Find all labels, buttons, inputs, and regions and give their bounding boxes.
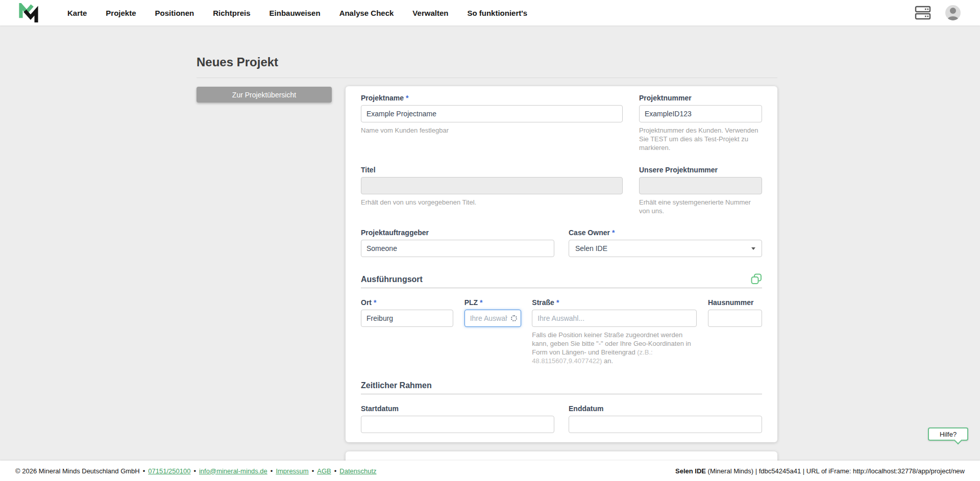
zeitlicher-rahmen-title: Zeitlicher Rahmen xyxy=(361,381,432,391)
field-projektauftraggeber: Projektauftraggeber xyxy=(361,229,554,257)
footer-left: © 2026 Mineral Minds Deutschland GmbH • … xyxy=(15,467,377,475)
title-divider xyxy=(197,78,777,78)
footer-copyright: © 2026 Mineral Minds Deutschland GmbH xyxy=(15,467,140,475)
chevron-down-icon xyxy=(751,247,755,250)
nav-verwalten[interactable]: Verwalten xyxy=(412,9,448,17)
hausnummer-input[interactable] xyxy=(708,310,762,327)
mineral-minds-logo-icon xyxy=(18,3,39,22)
main-content: Neues Projekt Zur Projektübersicht Proje… xyxy=(0,26,980,461)
ausfuehrungsort-title: Ausführungsort xyxy=(361,274,423,285)
projektauftraggeber-label: Projektauftraggeber xyxy=(361,229,554,237)
field-hausnummer: Hausnummer xyxy=(708,298,762,365)
required-asterisk: * xyxy=(556,298,559,307)
app-logo[interactable] xyxy=(18,3,39,22)
ort-input[interactable] xyxy=(361,310,453,327)
footer-agb-link[interactable]: AGB xyxy=(317,467,331,475)
field-projektnummer: Projektnummer Projektnummer des Kunden. … xyxy=(639,94,762,152)
case-owner-select[interactable]: Selen IDE xyxy=(569,240,762,257)
projektnummer-label: Projektnummer xyxy=(639,94,762,102)
avatar-head-icon xyxy=(950,8,956,14)
strasse-label: Straße* xyxy=(532,298,697,307)
nav-so-funktionierts[interactable]: So funktioniert's xyxy=(467,9,527,17)
startdatum-label: Startdatum xyxy=(361,404,554,413)
nav-karte[interactable]: Karte xyxy=(67,9,87,17)
nav-analyse-check[interactable]: Analyse Check xyxy=(339,9,394,17)
required-asterisk: * xyxy=(374,298,376,307)
titel-input xyxy=(361,177,623,194)
field-enddatum: Enddatum xyxy=(569,404,762,433)
field-plz: PLZ* xyxy=(464,298,521,365)
unsere-projektnummer-label: Unsere Projektnummer xyxy=(639,166,762,174)
footer-session-info: Selen IDE (Mineral Minds) | fdbc54245a41… xyxy=(675,467,965,475)
titel-label: Titel xyxy=(361,166,623,174)
projektname-label: Projektname* xyxy=(361,94,623,102)
project-form-card: Projektname* Name vom Kunden festlegbar … xyxy=(346,86,777,442)
required-asterisk: * xyxy=(612,229,615,237)
projektname-input[interactable] xyxy=(361,105,623,122)
field-strasse: Straße* Falls die Position keiner Straße… xyxy=(532,298,697,365)
field-titel: Titel Erhält den von uns vorgegebenen Ti… xyxy=(361,166,623,215)
field-projektname: Projektname* Name vom Kunden festlegbar xyxy=(361,94,623,152)
ort-label: Ort* xyxy=(361,298,453,307)
strasse-hint: Falls die Position keiner Straße zugeord… xyxy=(532,331,697,365)
server-icon[interactable] xyxy=(915,6,931,20)
section-ausfuehrungsort-header: Ausführungsort xyxy=(361,274,762,285)
back-to-projects-button[interactable]: Zur Projektübersicht xyxy=(197,87,332,103)
projektnummer-hint: Projektnummer des Kunden. Verwenden Sie … xyxy=(639,126,762,152)
section-divider xyxy=(361,394,762,394)
projektname-hint: Name vom Kunden festlegbar xyxy=(361,126,623,135)
loading-spinner-icon xyxy=(511,315,517,321)
main-nav: Karte Projekte Positionen Richtpreis Ein… xyxy=(67,9,527,17)
required-asterisk: * xyxy=(480,298,482,307)
startdatum-input[interactable] xyxy=(361,416,554,433)
nav-projekte[interactable]: Projekte xyxy=(106,9,136,17)
footer-user-name: Selen IDE xyxy=(675,467,706,475)
unsere-projektnummer-input xyxy=(639,177,762,194)
footer-datenschutz-link[interactable]: Datenschutz xyxy=(339,467,376,475)
next-section-card-partial xyxy=(346,451,777,461)
field-startdatum: Startdatum xyxy=(361,404,554,433)
projektnummer-input[interactable] xyxy=(639,105,762,122)
required-asterisk: * xyxy=(406,94,408,102)
field-unsere-projektnummer: Unsere Projektnummer Erhält eine systemg… xyxy=(639,166,762,215)
footer-email-link[interactable]: info@mineral-minds.de xyxy=(199,467,267,475)
unsere-projektnummer-hint: Erhält eine systemgenerierte Nummer von … xyxy=(639,198,762,215)
help-button[interactable]: Hilfe? xyxy=(928,427,968,441)
enddatum-input[interactable] xyxy=(569,416,762,433)
footer-impressum-link[interactable]: Impressum xyxy=(276,467,308,475)
section-divider xyxy=(361,288,762,288)
projektauftraggeber-input[interactable] xyxy=(361,240,554,257)
avatar-body-icon xyxy=(947,16,959,20)
footer: © 2026 Mineral Minds Deutschland GmbH • … xyxy=(0,461,980,481)
hausnummer-label: Hausnummer xyxy=(708,298,762,307)
strasse-input[interactable] xyxy=(532,310,697,327)
plz-label: PLZ* xyxy=(464,298,521,307)
titel-hint: Erhält den von uns vorgegebenen Titel. xyxy=(361,198,623,207)
field-case-owner: Case Owner* Selen IDE xyxy=(569,229,762,257)
page-title: Neues Projekt xyxy=(197,55,278,69)
section-zeitlicher-rahmen-header: Zeitlicher Rahmen xyxy=(361,381,762,391)
footer-phone-link[interactable]: 07151/250100 xyxy=(148,467,190,475)
nav-einbauweisen[interactable]: Einbauweisen xyxy=(270,9,321,17)
case-owner-label: Case Owner* xyxy=(569,229,762,237)
copy-icon[interactable] xyxy=(751,273,762,285)
footer-session-details: (Mineral Minds) | fdbc54245a41 | URL of … xyxy=(706,467,965,475)
case-owner-selected-value: Selen IDE xyxy=(575,244,607,252)
nav-positionen[interactable]: Positionen xyxy=(155,9,194,17)
field-ort: Ort* xyxy=(361,298,453,365)
navbar-right xyxy=(915,5,961,20)
top-navbar: Karte Projekte Positionen Richtpreis Ein… xyxy=(0,0,980,26)
user-avatar[interactable] xyxy=(945,5,961,20)
nav-richtpreis[interactable]: Richtpreis xyxy=(213,9,250,17)
enddatum-label: Enddatum xyxy=(569,404,762,413)
